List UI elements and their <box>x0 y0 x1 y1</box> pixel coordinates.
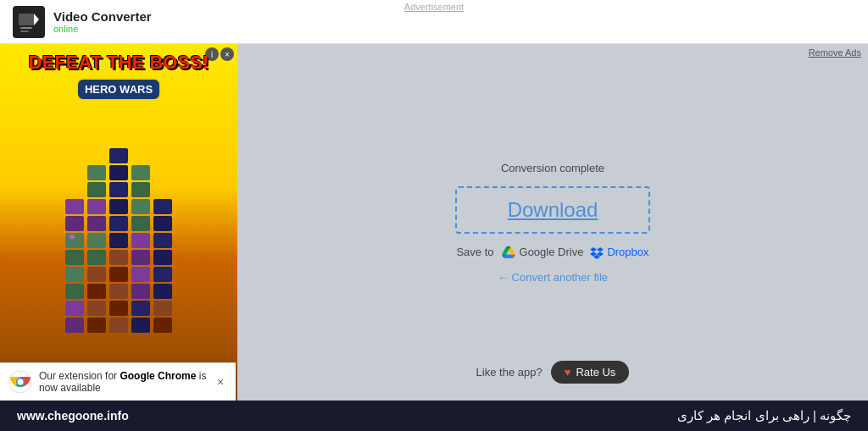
ad-image: i × DEFEAT THE BOSS! HERO WARS 👾 <box>0 44 237 401</box>
tower-col-5 <box>153 199 172 333</box>
app-title-block: Video Converter online <box>53 9 152 34</box>
bottom-url: www.chegoone.info <box>17 409 129 423</box>
conversion-complete-label: Conversion complete <box>501 162 604 174</box>
google-drive-icon <box>501 246 516 258</box>
like-app-label: Like the app? <box>476 366 542 379</box>
converter-area: Remove Ads Conversion complete Download … <box>237 44 868 401</box>
extension-notification: Our extension for Google Chrome is now a… <box>0 362 236 401</box>
rate-us-button[interactable]: ♥ Rate Us <box>551 361 630 384</box>
svg-point-8 <box>18 379 24 385</box>
save-to-label: Save to <box>456 246 493 258</box>
conversion-complete-area: Conversion complete Download Save to Goo… <box>455 162 651 284</box>
main-area: i × DEFEAT THE BOSS! HERO WARS 👾 <box>0 44 868 401</box>
dropbox-icon <box>590 246 604 259</box>
left-ad-panel: i × DEFEAT THE BOSS! HERO WARS 👾 <box>0 44 237 401</box>
google-drive-label: Google Drive <box>520 246 584 258</box>
app-title: Video Converter <box>53 9 152 24</box>
bottom-bar: www.chegoone.info چگونه | راهی برای انجا… <box>0 401 868 431</box>
extension-notification-text: Our extension for Google Chrome is now a… <box>39 370 207 394</box>
pixel-art-towers: 👾 <box>0 146 237 333</box>
bottom-tagline: چگونه | راهی برای انجام هر کاری <box>677 408 851 423</box>
tower-col-3 <box>109 148 128 333</box>
chrome-text: Google Chrome <box>120 370 196 382</box>
google-drive-link[interactable]: Google Drive <box>501 246 584 258</box>
dropbox-label: Dropbox <box>607 246 648 258</box>
svg-rect-1 <box>19 14 34 25</box>
ad-label-top: Advertisement <box>404 2 464 12</box>
ad-close-button[interactable]: × <box>220 47 234 61</box>
hero-wars-badge: HERO WARS <box>76 78 161 101</box>
tower-col-1: 👾 <box>65 199 84 333</box>
like-rate-row: Like the app? ♥ Rate Us <box>476 361 630 384</box>
save-to-row: Save to Google Drive <box>456 246 648 259</box>
tower-col-4 <box>131 165 150 333</box>
download-button[interactable]: Download <box>455 186 651 234</box>
heart-icon: ♥ <box>565 366 571 379</box>
dropbox-link[interactable]: Dropbox <box>590 246 648 259</box>
chrome-icon <box>8 370 32 394</box>
notification-close-button[interactable]: × <box>214 375 227 389</box>
convert-another-link[interactable]: ← Convert another file <box>498 271 608 284</box>
ad-title: DEFEAT THE BOSS! <box>29 52 209 73</box>
tower-col-2 <box>87 165 106 333</box>
app-online-status: online <box>53 24 152 34</box>
svg-rect-4 <box>20 30 29 32</box>
rate-us-label: Rate Us <box>576 366 615 379</box>
remove-ads-link[interactable]: Remove Ads <box>809 47 861 58</box>
svg-rect-3 <box>20 27 32 29</box>
app-icon <box>13 6 45 38</box>
